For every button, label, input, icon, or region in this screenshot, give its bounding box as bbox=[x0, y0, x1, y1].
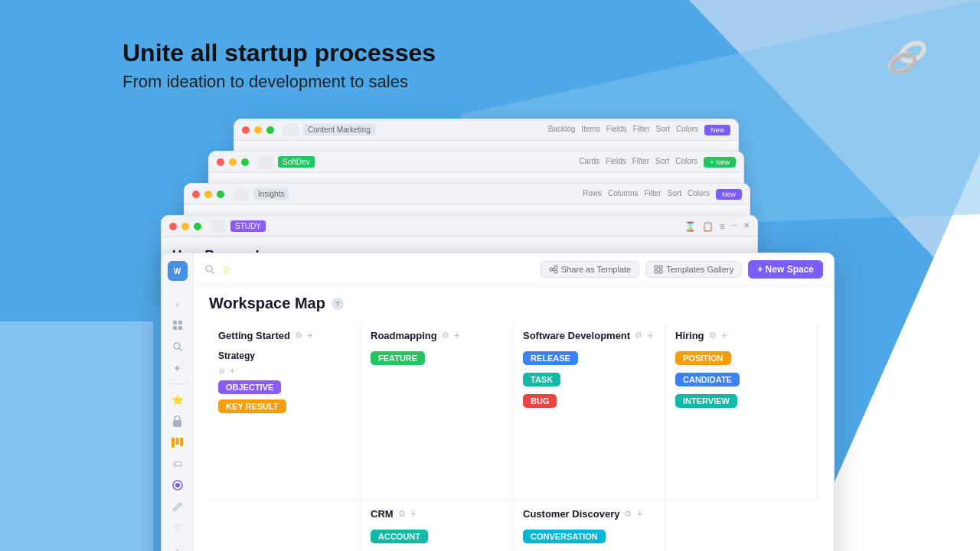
svg-point-19 bbox=[175, 483, 180, 487]
strategy-title: Strategy bbox=[218, 350, 351, 361]
sidebar-board-icon[interactable] bbox=[170, 435, 185, 450]
svg-line-13 bbox=[179, 349, 182, 352]
win3-label: Insights bbox=[253, 188, 289, 200]
hiring-bottom bbox=[666, 500, 818, 551]
win1-label: Content Marketing bbox=[303, 124, 375, 135]
win1-titlebar: Content Marketing BacklogItemsFieldsFilt… bbox=[234, 119, 738, 141]
main-content: ☆ Share as Template Templates Gallery + … bbox=[194, 253, 834, 551]
interview-tag: INTERVIEW bbox=[675, 394, 737, 408]
win3-titlebar: Insights RowsColumnsFilterSortColors New bbox=[185, 184, 750, 205]
hiring-add-icon[interactable]: + bbox=[721, 329, 727, 341]
svg-rect-11 bbox=[178, 326, 182, 330]
customer-discovery-section: Customer Discovery ⚙ + CONVERSATION bbox=[514, 500, 666, 551]
account-tag: ACCOUNT bbox=[371, 530, 428, 543]
templates-gallery-button[interactable]: Templates Gallery bbox=[645, 261, 742, 278]
sidebar-divider1 bbox=[168, 383, 188, 384]
svg-rect-29 bbox=[655, 270, 658, 273]
hiring-section: Hiring ⚙ + POSITION CANDIDATE INTERVIEW bbox=[666, 323, 818, 500]
svg-point-24 bbox=[554, 270, 557, 273]
software-dev-add-icon[interactable]: + bbox=[647, 329, 653, 341]
win2-label: SoftDev bbox=[278, 156, 315, 168]
workspace-main-window: W › ✦ ⭐ 🏷 ♡ bbox=[161, 253, 835, 551]
svg-rect-17 bbox=[180, 438, 183, 446]
sidebar-heart-icon[interactable]: ♡ bbox=[170, 520, 185, 536]
workspace-map-help[interactable]: ? bbox=[332, 298, 344, 310]
new-space-label: + New Space bbox=[757, 264, 814, 275]
svg-rect-30 bbox=[659, 270, 662, 273]
svg-point-12 bbox=[174, 343, 180, 349]
sidebar-tag-icon[interactable]: 🏷 bbox=[170, 456, 185, 471]
feature-tag: FEATURE bbox=[371, 351, 425, 365]
crm-add-icon[interactable]: + bbox=[410, 507, 416, 520]
getting-started-header: Getting Started ⚙ + bbox=[218, 329, 351, 341]
crm-header: CRM ⚙ + bbox=[371, 507, 504, 520]
roadmapping-settings-icon[interactable]: ⚙ bbox=[442, 331, 449, 341]
sidebar-search-icon[interactable] bbox=[170, 339, 185, 354]
hiring-settings-icon[interactable]: ⚙ bbox=[709, 331, 717, 341]
sidebar-avatar: W bbox=[168, 261, 188, 281]
hiring-header: Hiring ⚙ + bbox=[675, 329, 808, 341]
sidebar-expand-icon[interactable]: › bbox=[170, 296, 185, 311]
getting-started-section: Getting Started ⚙ + Strategy ⚙ + OBJECTI… bbox=[209, 323, 361, 500]
toolbar-search-icon bbox=[204, 264, 215, 275]
sidebar: W › ✦ ⭐ 🏷 ♡ bbox=[162, 253, 194, 551]
strategy-settings-icon[interactable]: ⚙ bbox=[218, 367, 225, 376]
main-subtitle: From ideation to development to sales bbox=[122, 72, 436, 92]
svg-point-7 bbox=[889, 51, 918, 76]
header-section: Unite all startup processes From ideatio… bbox=[122, 38, 436, 92]
objective-tag: OBJECTIVE bbox=[218, 380, 281, 394]
svg-rect-8 bbox=[173, 321, 177, 324]
win3-actions: RowsColumnsFilterSortColors New bbox=[583, 189, 742, 200]
new-space-button[interactable]: + New Space bbox=[748, 260, 823, 279]
software-dev-settings-icon[interactable]: ⚙ bbox=[635, 331, 642, 341]
svg-rect-9 bbox=[178, 321, 182, 324]
sidebar-lock-icon[interactable] bbox=[170, 413, 185, 429]
main-toolbar: ☆ Share as Template Templates Gallery + … bbox=[194, 253, 834, 285]
crm-settings-icon[interactable]: ⚙ bbox=[398, 509, 406, 519]
svg-line-21 bbox=[212, 271, 215, 274]
win2-actions: CardsFieldsFilterSortColors + New bbox=[579, 157, 736, 168]
svg-rect-27 bbox=[655, 266, 658, 269]
strategy-add-icon[interactable]: + bbox=[230, 366, 235, 377]
roadmapping-title: Roadmapping bbox=[371, 330, 437, 341]
sidebar-chevron-icon[interactable]: › bbox=[170, 542, 185, 551]
svg-rect-4 bbox=[0, 321, 153, 551]
release-tag: RELEASE bbox=[523, 351, 578, 365]
sidebar-pencil-icon[interactable] bbox=[170, 499, 185, 514]
sidebar-home-icon[interactable] bbox=[170, 318, 185, 333]
toolbar-star-icon: ☆ bbox=[221, 263, 231, 276]
sidebar-star-icon[interactable]: ⭐ bbox=[170, 392, 185, 407]
win2-titlebar: SoftDev CardsFieldsFilterSortColors + Ne… bbox=[209, 152, 743, 173]
hiring-title: Hiring bbox=[675, 330, 704, 341]
roadmapping-section: Roadmapping ⚙ + FEATURE bbox=[361, 323, 514, 500]
share-template-button[interactable]: Share as Template bbox=[541, 261, 640, 278]
conversation-tag: CONVERSATION bbox=[523, 530, 606, 543]
customer-discovery-title: Customer Discovery bbox=[523, 508, 619, 520]
customer-discovery-header: Customer Discovery ⚙ + bbox=[523, 507, 656, 520]
customer-discovery-add-icon[interactable]: + bbox=[636, 507, 642, 520]
share-template-label: Share as Template bbox=[561, 265, 632, 274]
win4-actions: ⌛📋≡···✕ bbox=[684, 221, 750, 232]
svg-rect-14 bbox=[173, 420, 181, 427]
position-tag: POSITION bbox=[675, 351, 731, 365]
getting-started-settings-icon[interactable]: ⚙ bbox=[295, 331, 302, 341]
bug-tag: BUG bbox=[523, 394, 557, 408]
svg-rect-15 bbox=[172, 438, 175, 448]
software-dev-header: Software Development ⚙ + bbox=[523, 329, 656, 341]
sidebar-sparkle-icon[interactable]: ✦ bbox=[170, 360, 185, 376]
getting-started-bottom bbox=[209, 500, 361, 551]
crm-section: CRM ⚙ + ACCOUNT ACTIVITY OPPORTUNITY bbox=[361, 500, 514, 551]
templates-gallery-label: Templates Gallery bbox=[666, 265, 733, 274]
task-tag: TASK bbox=[523, 373, 560, 386]
customer-discovery-settings-icon[interactable]: ⚙ bbox=[624, 509, 632, 519]
svg-rect-10 bbox=[173, 326, 177, 330]
svg-line-26 bbox=[553, 270, 554, 271]
roadmapping-add-icon[interactable]: + bbox=[454, 329, 460, 341]
getting-started-title: Getting Started bbox=[218, 330, 290, 341]
sidebar-active-icon[interactable] bbox=[170, 478, 185, 493]
software-dev-section: Software Development ⚙ + RELEASE TASK BU… bbox=[514, 323, 666, 500]
getting-started-add-icon[interactable]: + bbox=[307, 329, 313, 341]
main-title: Unite all startup processes bbox=[122, 38, 436, 67]
workspace-map-title: Workspace Map bbox=[209, 295, 325, 312]
software-dev-title: Software Development bbox=[523, 330, 630, 341]
